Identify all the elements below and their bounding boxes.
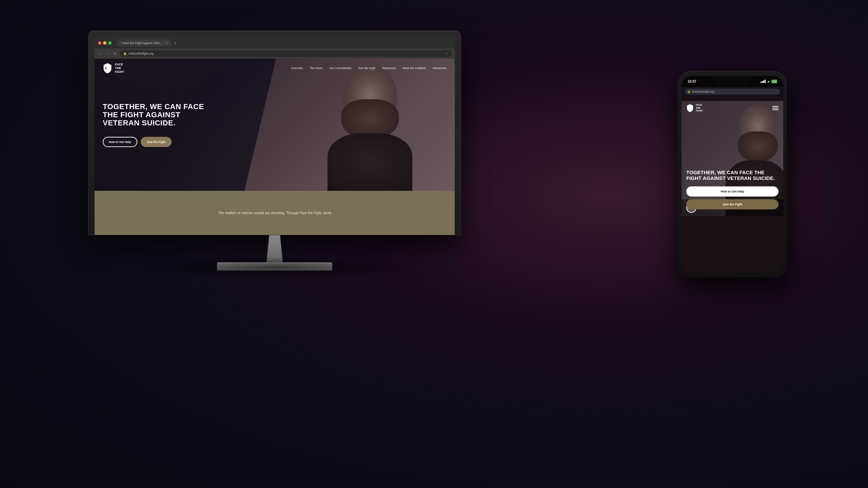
phone-frame: 10:07 ▲ 73 🔒 [678,71,787,277]
phone-hero: FACE THE FIGHT TOG [682,101,783,216]
phone-screen: 10:07 ▲ 73 🔒 [682,76,783,272]
maximize-button[interactable] [108,41,112,45]
minimize-button[interactable] [103,41,106,45]
signal-bar-2 [762,81,763,83]
lock-icon: 🔒 [123,52,127,55]
reload-button[interactable]: ↻ [112,51,118,56]
hamburger-line-3 [772,109,778,110]
website-content: F FACE THE FIGHT Overview The Fac [95,59,455,235]
hamburger-menu-button[interactable] [772,106,778,110]
logo-line2: THE [115,66,124,70]
nav-links: Overview The Facts Our Commitment Join t… [291,66,447,70]
hero-title: TOGETHER, WE CAN FACE THE FIGHT AGAINST … [103,103,211,127]
phone-address-bar[interactable]: 🔒 wefacethefight.org [685,89,780,95]
hero-man-figure [305,59,434,191]
bookmark-icon[interactable]: ☆ [445,51,449,56]
phone-status-bar: 10:07 ▲ 73 [682,76,783,87]
browser-toolbar: ‹ › ↻ 🔒 wefacethefight.org ☆ [95,48,455,59]
hamburger-line-1 [772,106,778,107]
nav-resources[interactable]: Resources [382,66,396,70]
address-bar[interactable]: 🔒 wefacethefight.org ☆ [120,50,452,57]
traffic-lights [98,41,112,45]
wifi-icon: ▲ [767,80,770,83]
phone-logo-shield-icon [686,104,694,113]
back-button[interactable]: ‹ [97,51,103,56]
hero-content: TOGETHER, WE CAN FACE THE FIGHT AGAINST … [103,103,211,147]
tab-bar: Face the Fight Against Vete... ✕ + [117,40,451,46]
phone-time: 10:07 [688,80,696,83]
below-fold-section: The realities of veteran suicide are sho… [95,191,455,235]
url-text: wefacethefight.org [129,52,154,55]
monitor-shadow [122,257,427,277]
tab-title: Face the Fight Against Vete... [122,41,162,45]
phone-hero-buttons: How to Get Help Join the Fight [686,186,778,209]
monitor-screen: Face the Fight Against Vete... ✕ + ‹ › ↻… [95,37,455,235]
signal-bar-4 [765,80,766,83]
close-button[interactable] [98,41,101,45]
logo-shield-icon: F [103,63,112,74]
website-nav: F FACE THE FIGHT Overview The Fac [95,59,455,78]
signal-bar-3 [763,80,764,83]
phone-url: wefacethefight.org [692,90,714,93]
nav-facts[interactable]: The Facts [310,66,323,70]
new-tab-button[interactable]: + [173,40,178,46]
logo-text: FACE THE FIGHT [115,63,124,74]
phone-join-the-fight-button[interactable]: Join the Fight [686,199,778,209]
svg-text:F: F [105,67,107,70]
mobile-phone: 10:07 ▲ 73 🔒 [678,71,787,277]
signal-bar-1 [761,82,762,83]
scene: Face the Fight Against Vete... ✕ + ‹ › ↻… [61,24,807,464]
phone-nav: FACE THE FIGHT [682,101,783,115]
phone-logo-line2: THE [696,107,703,109]
phone-logo-text: FACE THE FIGHT [696,104,703,112]
nav-join[interactable]: Join the Fight [358,66,375,70]
hero-section: F FACE THE FIGHT Overview The Fac [95,59,455,191]
logo[interactable]: F FACE THE FIGHT [103,63,124,74]
forward-button[interactable]: › [105,51,110,56]
battery-icon: 73 [771,80,777,83]
hamburger-line-2 [772,108,778,108]
how-to-get-help-button[interactable]: How to Get Help [103,137,137,147]
join-the-fight-button[interactable]: Join the Fight [141,137,172,147]
status-icons: ▲ 73 [761,80,777,83]
phone-browser-bar: 🔒 wefacethefight.org [682,87,783,97]
phone-website: FACE THE FIGHT TOG [682,101,783,272]
nav-coalition[interactable]: Meet the Coalition [403,66,426,70]
phone-logo-line1: FACE [696,104,703,106]
nav-newsroom[interactable]: Newsroom [433,66,447,70]
hero-buttons: How to Get Help Join the Fight [103,137,211,147]
tab-close-icon[interactable]: ✕ [165,41,168,45]
below-fold-text: The realities of veteran suicide are sho… [218,211,331,215]
phone-hero-title: TOGETHER, WE CAN FACE THE FIGHT AGAINST … [686,169,778,181]
desktop-monitor: Face the Fight Against Vete... ✕ + ‹ › ↻… [88,30,461,270]
phone-logo-line3: FIGHT [696,109,703,112]
phone-how-to-get-help-button[interactable]: How to Get Help [686,186,778,197]
phone-man-beard [738,131,778,162]
nav-commitment[interactable]: Our Commitment [329,66,351,70]
logo-line3: FIGHT [115,70,124,74]
signal-bars [761,80,766,83]
phone-hero-content: TOGETHER, WE CAN FACE THE FIGHT AGAINST … [686,169,778,210]
phone-lock-icon: 🔒 [688,90,691,93]
man-body [328,133,412,191]
nav-overview[interactable]: Overview [291,66,303,70]
active-tab[interactable]: Face the Fight Against Vete... ✕ [117,40,171,46]
monitor-frame: Face the Fight Against Vete... ✕ + ‹ › ↻… [88,30,461,235]
browser-chrome: Face the Fight Against Vete... ✕ + [95,37,455,48]
logo-line1: FACE [115,63,124,66]
